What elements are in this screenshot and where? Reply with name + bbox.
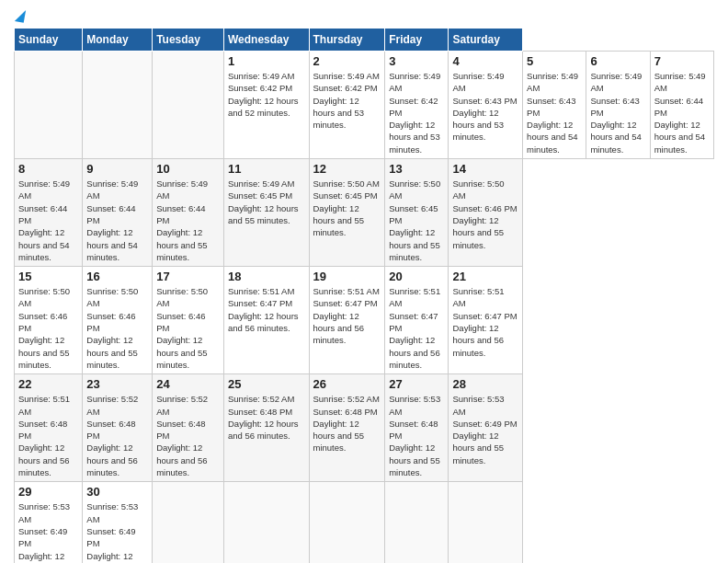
calendar-cell: 4Sunrise: 5:49 AM Sunset: 6:43 PM Daylig… — [449, 52, 523, 159]
day-header-saturday: Saturday — [449, 29, 523, 52]
calendar-cell: 5Sunrise: 5:49 AM Sunset: 6:43 PM Daylig… — [523, 52, 586, 159]
day-number: 27 — [389, 377, 444, 391]
calendar-cell: 16Sunrise: 5:50 AM Sunset: 6:46 PM Dayli… — [83, 267, 153, 374]
day-number: 21 — [452, 270, 518, 283]
calendar-cell: 25Sunrise: 5:52 AM Sunset: 6:48 PM Dayli… — [223, 374, 309, 482]
calendar-cell — [83, 52, 153, 159]
day-number: 25 — [228, 377, 305, 391]
day-number: 8 — [18, 162, 78, 176]
day-info: Sunrise: 5:51 AM Sunset: 6:47 PM Dayligh… — [228, 285, 305, 334]
day-info: Sunrise: 5:49 AM Sunset: 6:44 PM Dayligh… — [18, 178, 78, 263]
day-number: 23 — [86, 377, 148, 391]
calendar-cell: 17Sunrise: 5:50 AM Sunset: 6:46 PM Dayli… — [153, 267, 224, 374]
calendar-cell: 19Sunrise: 5:51 AM Sunset: 6:47 PM Dayli… — [309, 267, 385, 374]
day-info: Sunrise: 5:52 AM Sunset: 6:48 PM Dayligh… — [156, 393, 220, 478]
day-info: Sunrise: 5:52 AM Sunset: 6:48 PM Dayligh… — [228, 393, 305, 442]
day-number: 2 — [313, 54, 381, 68]
day-info: Sunrise: 5:49 AM Sunset: 6:43 PM Dayligh… — [527, 70, 582, 155]
calendar-cell: 22Sunrise: 5:51 AM Sunset: 6:48 PM Dayli… — [15, 374, 83, 482]
day-number: 16 — [86, 270, 148, 283]
calendar-cell — [153, 52, 224, 159]
day-info: Sunrise: 5:53 AM Sunset: 6:49 PM Dayligh… — [86, 500, 148, 563]
day-info: Sunrise: 5:50 AM Sunset: 6:46 PM Dayligh… — [86, 285, 148, 371]
day-header-tuesday: Tuesday — [153, 29, 224, 52]
calendar-cell: 2Sunrise: 5:49 AM Sunset: 6:42 PM Daylig… — [309, 52, 385, 159]
calendar-week-3: 15Sunrise: 5:50 AM Sunset: 6:46 PM Dayli… — [15, 267, 714, 374]
header — [14, 9, 714, 22]
calendar-cell: 12Sunrise: 5:50 AM Sunset: 6:45 PM Dayli… — [309, 159, 385, 267]
calendar-cell — [449, 482, 523, 563]
day-number: 18 — [228, 270, 305, 283]
day-number: 6 — [590, 54, 645, 68]
logo — [14, 9, 23, 22]
day-header-sunday: Sunday — [15, 29, 83, 52]
day-number: 22 — [18, 377, 78, 391]
day-number: 30 — [86, 485, 148, 499]
calendar-cell: 15Sunrise: 5:50 AM Sunset: 6:46 PM Dayli… — [15, 267, 83, 374]
day-info: Sunrise: 5:49 AM Sunset: 6:44 PM Dayligh… — [654, 70, 710, 155]
day-number: 3 — [389, 54, 444, 68]
day-number: 19 — [313, 270, 381, 283]
calendar-cell — [153, 482, 224, 563]
day-info: Sunrise: 5:53 AM Sunset: 6:49 PM Dayligh… — [18, 500, 78, 563]
calendar-cell: 29Sunrise: 5:53 AM Sunset: 6:49 PM Dayli… — [15, 482, 83, 563]
day-info: Sunrise: 5:50 AM Sunset: 6:45 PM Dayligh… — [313, 178, 381, 238]
calendar-cell: 21Sunrise: 5:51 AM Sunset: 6:47 PM Dayli… — [449, 267, 523, 374]
day-number: 24 — [156, 377, 220, 391]
day-info: Sunrise: 5:51 AM Sunset: 6:47 PM Dayligh… — [452, 285, 518, 359]
day-number: 17 — [156, 270, 220, 283]
day-number: 9 — [86, 162, 148, 176]
day-info: Sunrise: 5:53 AM Sunset: 6:49 PM Dayligh… — [452, 393, 518, 466]
calendar-week-1: 1Sunrise: 5:49 AM Sunset: 6:42 PM Daylig… — [15, 52, 714, 159]
day-info: Sunrise: 5:51 AM Sunset: 6:47 PM Dayligh… — [313, 285, 381, 346]
calendar-cell — [15, 52, 83, 159]
calendar-cell: 6Sunrise: 5:49 AM Sunset: 6:43 PM Daylig… — [586, 52, 650, 159]
calendar-cell: 14Sunrise: 5:50 AM Sunset: 6:46 PM Dayli… — [449, 159, 523, 267]
calendar-week-5: 29Sunrise: 5:53 AM Sunset: 6:49 PM Dayli… — [15, 482, 714, 563]
calendar-cell — [385, 482, 449, 563]
day-header-friday: Friday — [385, 29, 449, 52]
day-number: 28 — [452, 377, 518, 391]
day-header-row: SundayMondayTuesdayWednesdayThursdayFrid… — [15, 29, 714, 52]
calendar-week-2: 8Sunrise: 5:49 AM Sunset: 6:44 PM Daylig… — [15, 159, 714, 267]
day-info: Sunrise: 5:49 AM Sunset: 6:42 PM Dayligh… — [228, 70, 305, 119]
day-info: Sunrise: 5:49 AM Sunset: 6:42 PM Dayligh… — [389, 70, 444, 155]
day-info: Sunrise: 5:51 AM Sunset: 6:47 PM Dayligh… — [389, 285, 444, 371]
day-header-wednesday: Wednesday — [223, 29, 309, 52]
day-number: 12 — [313, 162, 381, 176]
calendar-cell: 23Sunrise: 5:52 AM Sunset: 6:48 PM Dayli… — [83, 374, 153, 482]
day-number: 15 — [18, 270, 78, 283]
calendar-cell: 3Sunrise: 5:49 AM Sunset: 6:42 PM Daylig… — [385, 52, 449, 159]
day-info: Sunrise: 5:49 AM Sunset: 6:43 PM Dayligh… — [590, 70, 645, 155]
day-info: Sunrise: 5:49 AM Sunset: 6:45 PM Dayligh… — [228, 178, 305, 226]
calendar-cell: 8Sunrise: 5:49 AM Sunset: 6:44 PM Daylig… — [15, 159, 83, 267]
day-info: Sunrise: 5:50 AM Sunset: 6:46 PM Dayligh… — [156, 285, 220, 371]
day-number: 5 — [527, 54, 582, 68]
day-info: Sunrise: 5:50 AM Sunset: 6:46 PM Dayligh… — [18, 285, 78, 371]
day-number: 1 — [228, 54, 305, 68]
day-number: 4 — [452, 54, 518, 68]
day-info: Sunrise: 5:51 AM Sunset: 6:48 PM Dayligh… — [18, 393, 78, 478]
day-info: Sunrise: 5:49 AM Sunset: 6:44 PM Dayligh… — [156, 178, 220, 263]
day-info: Sunrise: 5:52 AM Sunset: 6:48 PM Dayligh… — [86, 393, 148, 478]
calendar-cell: 11Sunrise: 5:49 AM Sunset: 6:45 PM Dayli… — [223, 159, 309, 267]
calendar-cell: 7Sunrise: 5:49 AM Sunset: 6:44 PM Daylig… — [650, 52, 713, 159]
calendar-cell — [223, 482, 309, 563]
day-info: Sunrise: 5:49 AM Sunset: 6:42 PM Dayligh… — [313, 70, 381, 131]
day-number: 10 — [156, 162, 220, 176]
calendar-cell: 1Sunrise: 5:49 AM Sunset: 6:42 PM Daylig… — [223, 52, 309, 159]
calendar-week-4: 22Sunrise: 5:51 AM Sunset: 6:48 PM Dayli… — [15, 374, 714, 482]
calendar-cell: 18Sunrise: 5:51 AM Sunset: 6:47 PM Dayli… — [223, 267, 309, 374]
calendar-cell: 13Sunrise: 5:50 AM Sunset: 6:45 PM Dayli… — [385, 159, 449, 267]
day-header-thursday: Thursday — [309, 29, 385, 52]
day-info: Sunrise: 5:52 AM Sunset: 6:48 PM Dayligh… — [313, 393, 381, 454]
calendar-cell: 28Sunrise: 5:53 AM Sunset: 6:49 PM Dayli… — [449, 374, 523, 482]
day-number: 14 — [452, 162, 518, 176]
calendar-cell: 26Sunrise: 5:52 AM Sunset: 6:48 PM Dayli… — [309, 374, 385, 482]
day-number: 26 — [313, 377, 381, 391]
day-number: 11 — [228, 162, 305, 176]
day-info: Sunrise: 5:49 AM Sunset: 6:43 PM Dayligh… — [452, 70, 518, 144]
calendar-cell: 20Sunrise: 5:51 AM Sunset: 6:47 PM Dayli… — [385, 267, 449, 374]
logo-icon — [15, 8, 26, 23]
day-number: 13 — [389, 162, 444, 176]
